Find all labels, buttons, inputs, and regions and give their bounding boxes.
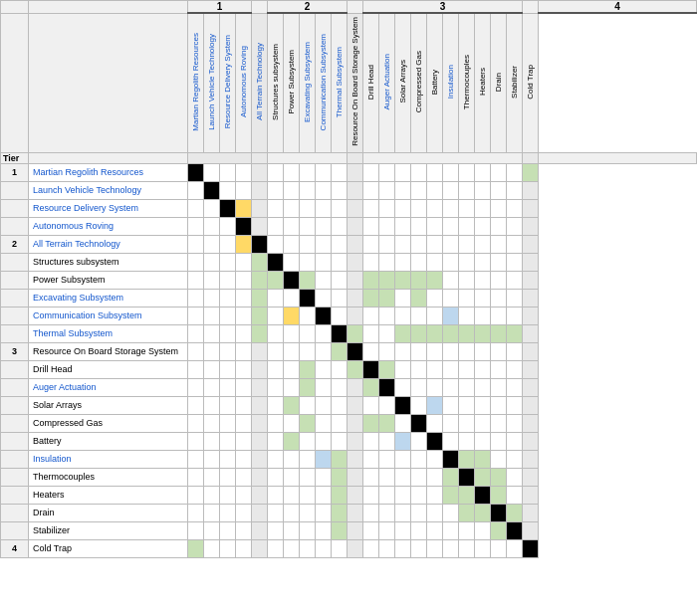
data-cell [475, 307, 491, 324]
data-cell [459, 181, 475, 199]
data-cell [252, 378, 268, 396]
data-cell [427, 235, 443, 253]
row-label[interactable]: Launch Vehicle Technology [29, 181, 188, 199]
data-cell [395, 289, 411, 307]
table-row: 1Martian Regolith Resources [1, 163, 697, 181]
data-cell [443, 217, 459, 235]
data-cell [268, 521, 284, 539]
data-cell [220, 163, 236, 181]
tier-dsm-label: Tier [1, 152, 29, 163]
data-cell [300, 253, 316, 271]
data-cell [252, 217, 268, 235]
data-cell [188, 199, 204, 217]
data-cell [316, 289, 332, 307]
data-cell [204, 181, 220, 199]
data-cell [427, 271, 443, 289]
data-cell [363, 539, 379, 557]
data-cell [348, 521, 363, 539]
data-cell [411, 342, 427, 360]
table-row: Resource Delivery System [1, 199, 697, 217]
data-cell [348, 324, 363, 342]
row-label[interactable]: All Terrain Technology [29, 235, 188, 253]
data-cell [268, 217, 284, 235]
data-cell [363, 253, 379, 271]
data-cell [284, 181, 300, 199]
data-cell [379, 396, 395, 414]
data-cell [443, 432, 459, 450]
data-cell [188, 521, 204, 539]
tier-cell [1, 324, 29, 342]
data-cell [507, 253, 523, 271]
dsm-container: 1 2 3 4 Martian Regolith Resources Launc… [0, 0, 697, 558]
row-label[interactable]: Autonomous Roving [29, 217, 188, 235]
data-cell [220, 342, 236, 360]
data-cell [316, 217, 332, 235]
data-cell [443, 235, 459, 253]
row-label[interactable]: Communication Subsystem [29, 307, 188, 324]
data-cell [268, 235, 284, 253]
data-cell [459, 414, 475, 432]
data-cell [523, 396, 539, 414]
col-tier-2: 2 [268, 1, 348, 14]
data-cell [363, 432, 379, 450]
data-cell [348, 360, 363, 378]
data-cell [236, 307, 252, 324]
data-cell [523, 324, 539, 342]
data-cell [252, 235, 268, 253]
table-row: Battery [1, 432, 697, 450]
row-label[interactable]: Thermal Subsystem [29, 324, 188, 342]
data-cell [491, 504, 507, 521]
tier2-shade [268, 152, 348, 163]
row-label[interactable]: Insulation [29, 450, 188, 468]
data-cell [427, 253, 443, 271]
col-header-7: Excavating Subsystem [300, 13, 316, 152]
data-cell [427, 486, 443, 504]
col-header-0: Martian Regolith Resources [188, 13, 204, 152]
row-label[interactable]: Excavating Subsystem [29, 289, 188, 307]
data-cell [188, 486, 204, 504]
data-cell [332, 181, 348, 199]
data-cell [491, 253, 507, 271]
data-cell [252, 342, 268, 360]
data-cell [188, 253, 204, 271]
data-cell [427, 307, 443, 324]
dsm-table: 1 2 3 4 Martian Regolith Resources Launc… [0, 0, 697, 558]
data-cell [236, 468, 252, 486]
data-cell [204, 468, 220, 486]
data-cell [332, 253, 348, 271]
data-cell [236, 342, 252, 360]
table-row: Auger Actuation [1, 378, 697, 396]
data-cell [411, 324, 427, 342]
data-cell [363, 289, 379, 307]
data-cell [459, 199, 475, 217]
data-cell [411, 450, 427, 468]
row-label: Solar Arrays [29, 396, 188, 414]
tier-cell [1, 450, 29, 468]
data-cell [395, 181, 411, 199]
data-cell [316, 396, 332, 414]
data-cell [316, 235, 332, 253]
data-cell [411, 163, 427, 181]
data-cell [363, 378, 379, 396]
tier-cell [1, 289, 29, 307]
data-cell [411, 414, 427, 432]
data-cell [236, 253, 252, 271]
row-label[interactable]: Resource Delivery System [29, 199, 188, 217]
data-cell [204, 360, 220, 378]
data-cell [523, 199, 539, 217]
data-cell [459, 521, 475, 539]
col-header-1: Launch Vehicle Technology [204, 13, 220, 152]
row-label[interactable]: Martian Regolith Resources [29, 163, 188, 181]
data-cell [459, 235, 475, 253]
data-cell [363, 235, 379, 253]
data-cell [332, 432, 348, 450]
data-cell [236, 486, 252, 504]
data-cell [475, 414, 491, 432]
table-row: Insulation [1, 450, 697, 468]
col-header-16: Insulation [443, 13, 459, 152]
data-cell [188, 378, 204, 396]
data-cell [379, 504, 395, 521]
row-label[interactable]: Auger Actuation [29, 378, 188, 396]
data-cell [523, 539, 539, 557]
data-cell [204, 378, 220, 396]
